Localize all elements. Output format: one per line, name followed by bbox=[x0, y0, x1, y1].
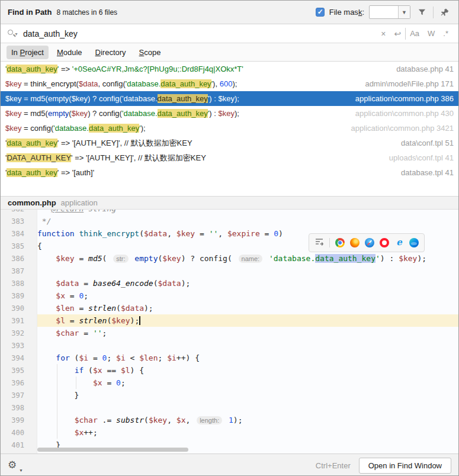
regex-toggle[interactable]: .* bbox=[439, 29, 452, 38]
code-line: 382 * @return string bbox=[1, 210, 458, 215]
scope-tabs: In ProjectModuleDirectoryScope bbox=[1, 43, 458, 62]
code-line: 394 for ($i = 0; $i < $len; $i++) { bbox=[1, 352, 458, 364]
result-row[interactable]: $key = md5(empty($key) ? config('databas… bbox=[1, 91, 458, 106]
find-in-path-dialog: Find in Path 8 matches in 6 files File m… bbox=[0, 0, 459, 476]
result-file-ref: application\common.php 3421 bbox=[346, 124, 458, 133]
code-line: 383 */ bbox=[1, 215, 458, 227]
result-file-ref: database.tpl 41 bbox=[396, 168, 458, 177]
result-file-ref: application\common.php 430 bbox=[351, 109, 458, 118]
pin-icon[interactable] bbox=[438, 6, 451, 19]
browser-toolbar bbox=[309, 233, 425, 252]
code-line: 396 $x = 0; bbox=[1, 377, 458, 389]
match-summary: 8 matches in 6 files bbox=[56, 8, 117, 17]
divider bbox=[433, 7, 434, 18]
search-bar: ▼ × ↩ Aa W .* bbox=[1, 24, 458, 43]
tab-directory[interactable]: Directory bbox=[91, 46, 131, 59]
open-in-find-window-button[interactable]: Open in Find Window bbox=[359, 458, 451, 474]
open-in-browser-icon[interactable] bbox=[314, 237, 324, 249]
file-mask-label: File mask: bbox=[329, 8, 364, 17]
line-number: 390 bbox=[1, 303, 24, 315]
search-icon[interactable]: ▼ bbox=[7, 28, 18, 39]
code-line: 389 $x = 0; bbox=[1, 290, 458, 302]
line-number: 388 bbox=[1, 278, 24, 290]
chrome-icon[interactable] bbox=[335, 238, 345, 247]
result-code-snippet: $key = md5(empty($key) ? config('databas… bbox=[1, 109, 351, 118]
result-code-snippet: 'data_auth_key' => '+0SeoAC#YR,Jm&c?[PhU… bbox=[1, 65, 391, 73]
divider bbox=[329, 238, 330, 247]
text-cursor bbox=[139, 316, 140, 325]
tab-module[interactable]: Module bbox=[52, 46, 87, 59]
result-row[interactable]: $key = config('database.data_auth_key');… bbox=[1, 121, 458, 136]
preview-file-header: common.php application bbox=[1, 196, 458, 210]
line-number: 399 bbox=[1, 414, 24, 427]
file-mask-value[interactable] bbox=[370, 6, 398, 18]
code-line: 399 $char .= substr($key, $x, length: 1)… bbox=[1, 414, 458, 426]
line-number: 389 bbox=[1, 290, 24, 303]
line-number: 401 bbox=[1, 439, 24, 452]
horizontal-scrollbar[interactable] bbox=[37, 448, 188, 452]
result-file-ref: database.php 41 bbox=[391, 65, 458, 73]
search-input[interactable] bbox=[23, 29, 377, 38]
line-number: 393 bbox=[1, 340, 24, 352]
ie-icon[interactable] bbox=[394, 238, 404, 247]
result-row[interactable]: 'data_auth_key' => '[AUTH_KEY]', // 默认数据… bbox=[1, 136, 458, 150]
tab-in-project[interactable]: In Project bbox=[7, 46, 49, 59]
words-toggle[interactable]: W bbox=[423, 29, 439, 38]
page-title: Find in Path bbox=[8, 8, 52, 17]
result-file-ref: admin\model\File.php 171 bbox=[360, 79, 458, 88]
safari-icon[interactable] bbox=[365, 238, 374, 247]
result-row[interactable]: 'data_auth_key' => '[auth]'database.tpl … bbox=[1, 165, 458, 180]
result-code-snippet: $key = config('database.data_auth_key'); bbox=[1, 124, 346, 133]
filter-icon[interactable] bbox=[415, 6, 428, 19]
line-number: 386 bbox=[1, 253, 24, 265]
code-preview[interactable]: 382 * @return string383 */384function th… bbox=[1, 210, 458, 454]
result-code-snippet: $key = md5(empty($key) ? config('databas… bbox=[1, 94, 351, 103]
line-number: 391 bbox=[1, 315, 24, 327]
match-case-toggle[interactable]: Aa bbox=[406, 29, 423, 38]
result-row[interactable]: $key = md5(empty($key) ? config('databas… bbox=[1, 106, 458, 121]
line-number: 395 bbox=[1, 365, 24, 377]
settings-gear-icon[interactable]: ⚙▼ bbox=[8, 458, 22, 472]
preview-file-location: application bbox=[61, 198, 98, 207]
code-line: 400 $x++; bbox=[1, 426, 458, 439]
result-code-snippet: $key = think_encrypt($data, config('data… bbox=[1, 79, 360, 88]
firefox-icon[interactable] bbox=[350, 238, 360, 247]
results-list: 'data_auth_key' => '+0SeoAC#YR,Jm&c?[PhU… bbox=[1, 62, 458, 196]
chevron-down-icon[interactable]: ▼ bbox=[398, 6, 410, 18]
code-line: 393 bbox=[1, 339, 458, 352]
line-number: 385 bbox=[1, 240, 24, 253]
code-line: 388 $data = base64_encode($data); bbox=[1, 277, 458, 290]
dialog-footer: ⚙▼ Ctrl+Enter Open in Find Window bbox=[1, 454, 458, 476]
result-file-ref: application\common.php 386 bbox=[351, 94, 458, 103]
code-line: 390 $len = strlen($data); bbox=[1, 302, 458, 314]
result-file-ref: uploads\conf.tpl 41 bbox=[384, 153, 458, 162]
file-mask-combobox[interactable]: ▼ bbox=[369, 5, 410, 19]
result-code-snippet: 'data_auth_key' => '[AUTH_KEY]', // 默认数据… bbox=[1, 138, 396, 149]
newline-icon[interactable]: ↩ bbox=[390, 29, 405, 38]
code-line: 397 } bbox=[1, 389, 458, 401]
result-file-ref: data\conf.tpl 51 bbox=[396, 139, 458, 147]
line-number: 396 bbox=[1, 377, 24, 390]
file-mask-checkbox[interactable] bbox=[316, 8, 325, 17]
line-number: 397 bbox=[1, 390, 24, 402]
code-line: 392 $char = ''; bbox=[1, 327, 458, 339]
opera-icon[interactable] bbox=[380, 238, 389, 247]
line-number: 383 bbox=[1, 216, 24, 228]
line-number: 387 bbox=[1, 265, 24, 278]
edge-icon[interactable] bbox=[409, 238, 419, 247]
line-number: 400 bbox=[1, 427, 24, 439]
line-number: 392 bbox=[1, 327, 24, 340]
shortcut-hint: Ctrl+Enter bbox=[316, 461, 351, 470]
line-number: 384 bbox=[1, 228, 24, 240]
line-number: 394 bbox=[1, 352, 24, 365]
code-line: 391 $l = strlen($key); bbox=[1, 314, 458, 327]
tab-scope[interactable]: Scope bbox=[134, 46, 166, 59]
result-row[interactable]: 'DATA_AUTH_KEY' => '[AUTH_KEY]', // 默认数据… bbox=[1, 150, 458, 165]
code-line: 398 bbox=[1, 401, 458, 414]
result-row[interactable]: $key = think_encrypt($data, config('data… bbox=[1, 76, 458, 91]
result-code-snippet: 'DATA_AUTH_KEY' => '[AUTH_KEY]', // 默认数据… bbox=[1, 153, 384, 163]
clear-icon[interactable]: × bbox=[377, 29, 390, 38]
result-row[interactable]: 'data_auth_key' => '+0SeoAC#YR,Jm&c?[PhU… bbox=[1, 62, 458, 76]
result-code-snippet: 'data_auth_key' => '[auth]' bbox=[1, 168, 396, 177]
preview-filename: common.php bbox=[8, 198, 56, 207]
